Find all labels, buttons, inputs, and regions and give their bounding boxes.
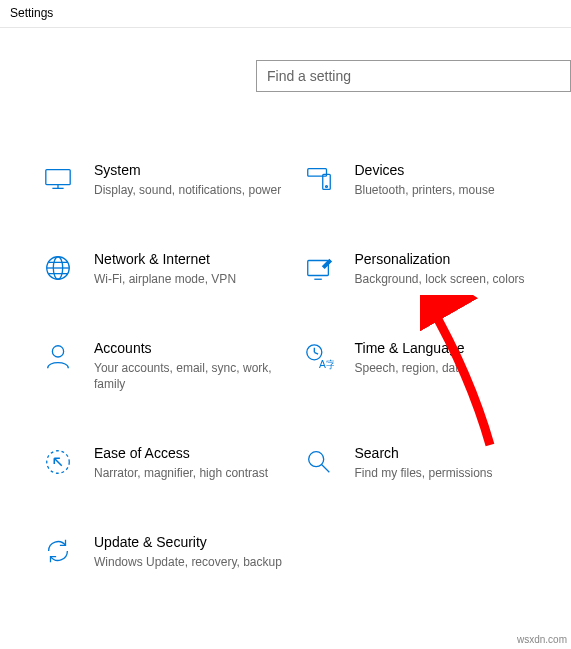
tile-title: Accounts [94,340,291,356]
tile-desc: Your accounts, email, sync, work, family [94,360,291,394]
search-icon [301,445,337,477]
update-icon [40,534,76,566]
search-container [0,28,571,92]
window-title: Settings [10,6,53,20]
system-icon [40,162,76,194]
tile-ease-of-access[interactable]: Ease of Access Narrator, magnifier, high… [40,445,301,482]
window-title-bar: Settings [0,0,571,28]
tile-title: Search [355,445,552,461]
tile-title: Time & Language [355,340,552,356]
tile-desc: Background, lock screen, colors [355,271,552,288]
search-input[interactable] [256,60,571,92]
person-icon [40,340,76,372]
svg-text:A字: A字 [319,359,334,370]
ease-of-access-icon [40,445,76,477]
tile-desc: Display, sound, notifications, power [94,182,291,199]
tile-desc: Find my files, permissions [355,465,552,482]
tile-network[interactable]: Network & Internet Wi-Fi, airplane mode,… [40,251,301,288]
personalization-icon [301,251,337,283]
tile-title: Update & Security [94,534,291,550]
watermark: wsxdn.com [517,634,567,645]
tile-title: Network & Internet [94,251,291,267]
tile-desc: Narrator, magnifier, high contrast [94,465,291,482]
svg-point-19 [308,452,323,467]
tile-devices[interactable]: Devices Bluetooth, printers, mouse [301,162,562,199]
time-language-icon: A字 [301,340,337,372]
svg-point-5 [325,186,327,188]
devices-icon [301,162,337,194]
tile-title: Personalization [355,251,552,267]
globe-icon [40,251,76,283]
svg-line-16 [314,352,318,354]
tile-personalization[interactable]: Personalization Background, lock screen,… [301,251,562,288]
tile-system[interactable]: System Display, sound, notifications, po… [40,162,301,199]
tile-title: Ease of Access [94,445,291,461]
tile-search[interactable]: Search Find my files, permissions [301,445,562,482]
tile-update-security[interactable]: Update & Security Windows Update, recove… [40,534,301,571]
tile-accounts[interactable]: Accounts Your accounts, email, sync, wor… [40,340,301,394]
tile-desc: Speech, region, date [355,360,552,377]
svg-line-20 [321,465,329,473]
tile-desc: Windows Update, recovery, backup [94,554,291,571]
settings-grid: System Display, sound, notifications, po… [0,92,571,571]
svg-rect-0 [46,170,70,185]
tile-time-language[interactable]: A字 Time & Language Speech, region, date [301,340,562,394]
svg-rect-3 [307,169,326,177]
tile-title: System [94,162,291,178]
tile-title: Devices [355,162,552,178]
tile-desc: Wi-Fi, airplane mode, VPN [94,271,291,288]
svg-point-13 [52,345,63,356]
tile-desc: Bluetooth, printers, mouse [355,182,552,199]
